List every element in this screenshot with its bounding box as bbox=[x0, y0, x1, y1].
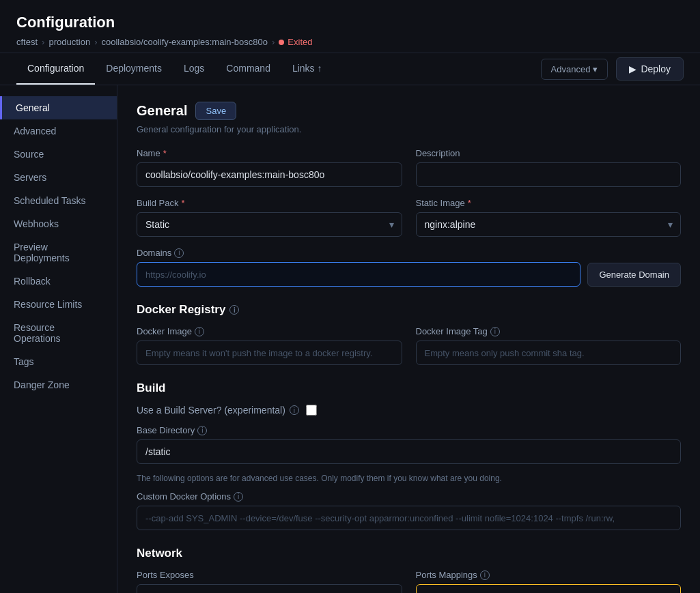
docker-image-tag-label: Docker Image Tag i bbox=[416, 326, 682, 336]
sidebar-item-general[interactable]: General bbox=[0, 96, 117, 119]
docker-image-tag-info-icon: i bbox=[490, 327, 500, 336]
content-area: General Save General configuration for y… bbox=[117, 85, 700, 593]
ports-mappings-info-icon: i bbox=[480, 570, 490, 580]
custom-docker-options-group: Custom Docker Options i bbox=[137, 491, 681, 530]
ports-exposes-group: Ports Exposes bbox=[137, 570, 402, 593]
advanced-button-label: Advanced bbox=[551, 64, 591, 74]
buildpack-select[interactable]: Static Dockerfile Buildpacks Nixpacks bbox=[137, 212, 402, 237]
docker-image-label: Docker Image i bbox=[137, 326, 402, 336]
sidebar-item-resource-operations[interactable]: Resource Operations bbox=[0, 316, 117, 350]
breadcrumb-sep-1: › bbox=[42, 37, 44, 47]
custom-docker-options-info-icon: i bbox=[234, 492, 243, 502]
static-image-select-wrapper: nginx:alpine nginx:latest apache:latest bbox=[416, 212, 682, 237]
name-description-row: Name * Description bbox=[137, 148, 681, 187]
ports-mappings-label: Ports Mappings i bbox=[416, 570, 682, 580]
domains-label: Domains i bbox=[137, 248, 681, 258]
tab-deployments[interactable]: Deployments bbox=[95, 53, 173, 85]
main-layout: General Advanced Source Servers Schedule… bbox=[0, 85, 700, 593]
docker-image-input[interactable] bbox=[137, 341, 402, 365]
ports-row: Ports Exposes Ports Mappings i bbox=[137, 570, 681, 593]
docker-image-group: Docker Image i bbox=[137, 326, 402, 365]
advanced-note: The following options are for advanced u… bbox=[137, 472, 681, 484]
name-group: Name * bbox=[137, 148, 402, 187]
docker-registry-row: Docker Image i Docker Image Tag i bbox=[137, 326, 681, 365]
deploy-button[interactable]: ▶ Deploy bbox=[616, 57, 684, 81]
sidebar-item-advanced[interactable]: Advanced bbox=[0, 119, 117, 143]
domains-row: Generate Domain bbox=[137, 262, 681, 287]
breadcrumb-production[interactable]: production bbox=[48, 37, 90, 47]
ports-mappings-group: Ports Mappings i bbox=[416, 570, 682, 593]
base-dir-input[interactable] bbox=[137, 439, 681, 464]
tab-command[interactable]: Command bbox=[215, 53, 281, 85]
tab-links[interactable]: Links ↑ bbox=[281, 53, 333, 85]
sidebar-item-preview-deployments[interactable]: Preview Deployments bbox=[0, 235, 117, 270]
domains-input[interactable] bbox=[137, 262, 580, 287]
static-image-group: Static Image * nginx:alpine nginx:latest… bbox=[416, 198, 682, 237]
domains-group: Domains i bbox=[137, 248, 681, 258]
domains-info-icon: i bbox=[174, 248, 184, 258]
build-server-checkbox[interactable] bbox=[306, 405, 317, 416]
build-server-info-icon: i bbox=[290, 405, 299, 415]
ports-exposes-input[interactable] bbox=[137, 584, 402, 593]
breadcrumb-sep-2: › bbox=[94, 37, 97, 47]
header: Configuration cftest › production › cool… bbox=[0, 0, 700, 53]
status-badge: Exited bbox=[279, 37, 312, 47]
static-image-select[interactable]: nginx:alpine nginx:latest apache:latest bbox=[416, 212, 682, 237]
sidebar-item-resource-limits[interactable]: Resource Limits bbox=[0, 293, 117, 316]
nav-tabs-left: Configuration Deployments Logs Command L… bbox=[16, 53, 333, 85]
buildpack-group: Build Pack * Static Dockerfile Buildpack… bbox=[137, 198, 402, 237]
description-input[interactable] bbox=[416, 162, 682, 187]
breadcrumb-cftest[interactable]: cftest bbox=[16, 37, 38, 47]
general-description: General configuration for your applicati… bbox=[137, 124, 681, 134]
custom-docker-options-label: Custom Docker Options i bbox=[137, 491, 681, 502]
tab-logs[interactable]: Logs bbox=[173, 53, 215, 85]
advanced-button[interactable]: Advanced ▾ bbox=[541, 59, 608, 80]
docker-image-tag-input[interactable] bbox=[416, 341, 682, 365]
name-input[interactable] bbox=[137, 162, 402, 187]
description-group: Description bbox=[416, 148, 682, 187]
name-required: * bbox=[163, 148, 167, 158]
network-title: Network bbox=[137, 547, 681, 560]
breadcrumb: cftest › production › coollabsio/coolify… bbox=[16, 37, 684, 47]
sidebar-item-danger-zone[interactable]: Danger Zone bbox=[0, 373, 117, 396]
sidebar: General Advanced Source Servers Schedule… bbox=[0, 85, 117, 593]
play-icon: ▶ bbox=[629, 63, 636, 74]
docker-image-info-icon: i bbox=[195, 327, 204, 336]
deploy-button-label: Deploy bbox=[641, 63, 671, 74]
build-server-label: Use a Build Server? (experimental) i bbox=[137, 405, 299, 416]
save-button[interactable]: Save bbox=[195, 102, 236, 120]
build-title: Build bbox=[137, 381, 681, 395]
nav-tabs: Configuration Deployments Logs Command L… bbox=[0, 53, 700, 85]
docker-registry-info-icon: i bbox=[229, 305, 239, 315]
docker-image-tag-group: Docker Image Tag i bbox=[416, 326, 682, 365]
buildpack-staticimage-row: Build Pack * Static Dockerfile Buildpack… bbox=[137, 198, 681, 237]
docker-registry-section: Docker Registry i Docker Image i Docker … bbox=[137, 303, 681, 365]
breadcrumb-sep-3: › bbox=[272, 37, 275, 47]
status-dot bbox=[279, 40, 284, 45]
ports-exposes-label: Ports Exposes bbox=[137, 570, 402, 580]
base-dir-group: Base Directory i bbox=[137, 425, 681, 464]
name-label: Name * bbox=[137, 148, 402, 158]
status-text: Exited bbox=[288, 37, 312, 47]
ports-mappings-input[interactable] bbox=[416, 584, 682, 593]
sidebar-item-source[interactable]: Source bbox=[0, 143, 117, 166]
custom-docker-options-input[interactable] bbox=[137, 506, 681, 530]
sidebar-item-servers[interactable]: Servers bbox=[0, 166, 117, 189]
buildpack-label: Build Pack * bbox=[137, 198, 402, 208]
sidebar-item-scheduled-tasks[interactable]: Scheduled Tasks bbox=[0, 189, 117, 212]
general-title: General bbox=[137, 103, 187, 119]
generate-domain-button[interactable]: Generate Domain bbox=[587, 263, 681, 287]
sidebar-item-rollback[interactable]: Rollback bbox=[0, 270, 117, 293]
nav-tabs-right: Advanced ▾ ▶ Deploy bbox=[541, 57, 684, 81]
general-section-header: General Save bbox=[137, 102, 681, 120]
sidebar-item-tags[interactable]: Tags bbox=[0, 350, 117, 373]
sidebar-item-webhooks[interactable]: Webhooks bbox=[0, 212, 117, 235]
breadcrumb-app[interactable]: coollabsio/coolify-examples:main-bosc80o bbox=[101, 37, 268, 47]
static-image-label: Static Image * bbox=[416, 198, 682, 208]
base-dir-label: Base Directory i bbox=[137, 425, 681, 435]
static-image-required: * bbox=[468, 198, 471, 208]
tab-configuration[interactable]: Configuration bbox=[16, 53, 95, 85]
buildpack-required: * bbox=[181, 198, 184, 208]
docker-registry-title: Docker Registry i bbox=[137, 303, 681, 317]
description-label: Description bbox=[416, 148, 682, 158]
